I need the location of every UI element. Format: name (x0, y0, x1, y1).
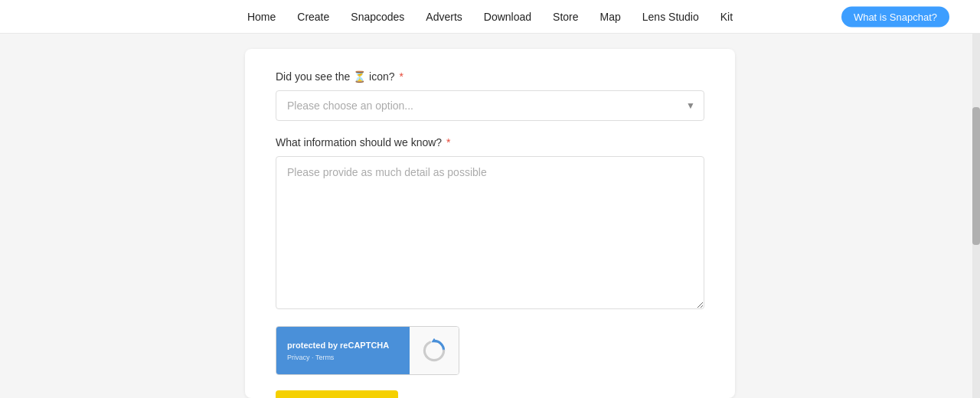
question2-label: What information should we know? * (276, 136, 704, 148)
recaptcha-links: Privacy · Terms (287, 354, 399, 361)
nav-map[interactable]: Map (600, 11, 621, 23)
nav-adverts[interactable]: Adverts (426, 11, 462, 23)
nav-download[interactable]: Download (484, 11, 531, 23)
hourglass-icon: ⏳ (353, 70, 369, 83)
select-wrapper: Please choose an option... ▼ (276, 90, 704, 121)
recaptcha-right-panel (410, 327, 459, 374)
nav-lens-studio[interactable]: Lens Studio (642, 11, 699, 23)
recaptcha-privacy-link[interactable]: Privacy (287, 354, 310, 361)
recaptcha-widget[interactable]: protected by reCAPTCHA Privacy · Terms (276, 326, 459, 375)
required-marker-2: * (446, 136, 450, 148)
required-marker-1: * (399, 70, 403, 83)
scrollbar[interactable] (972, 0, 980, 398)
nav-store[interactable]: Store (553, 11, 578, 23)
recaptcha-terms-link[interactable]: Terms (315, 354, 335, 361)
recaptcha-left-panel: protected by reCAPTCHA Privacy · Terms (276, 327, 410, 374)
send-button[interactable]: SEND (276, 390, 398, 398)
nav-links: Home Create Snapcodes Adverts Download S… (247, 11, 733, 23)
question1-label: Did you see the ⏳ icon? * (276, 70, 704, 83)
option-select[interactable]: Please choose an option... (276, 90, 704, 121)
scrollbar-thumb[interactable] (972, 107, 980, 245)
nav-home[interactable]: Home (247, 11, 276, 23)
recaptcha-protected-text: protected by reCAPTCHA (287, 341, 399, 350)
nav-create[interactable]: Create (297, 11, 329, 23)
recaptcha-spinner-icon (420, 337, 448, 364)
nav-kit[interactable]: Kit (720, 11, 733, 23)
detail-textarea[interactable] (276, 156, 704, 309)
nav-snapcodes[interactable]: Snapcodes (351, 11, 404, 23)
navbar: Home Create Snapcodes Adverts Download S… (0, 0, 980, 34)
what-is-snapchat-button[interactable]: What is Snapchat? (841, 6, 949, 27)
main-content: Did you see the ⏳ icon? * Please choose … (0, 34, 980, 398)
recaptcha-brand-inline: reCAPTCHA (340, 341, 389, 350)
form-card: Did you see the ⏳ icon? * Please choose … (245, 49, 735, 398)
